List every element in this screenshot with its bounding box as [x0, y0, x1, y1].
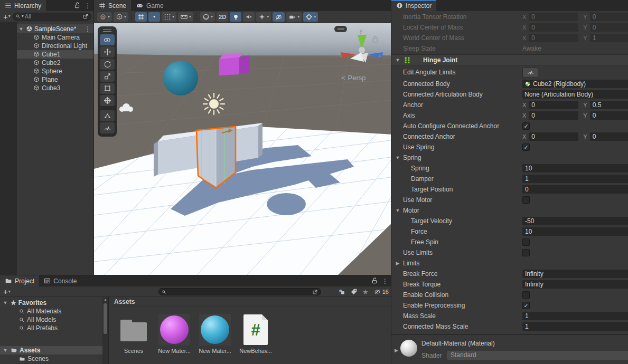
scale-tool-button[interactable]: [100, 71, 115, 82]
rotation-toggle-button[interactable]: ▾: [114, 12, 128, 22]
scrollbar-thumb[interactable]: [104, 303, 107, 334]
hierarchy-item-directional-light[interactable]: Directional Light: [17, 42, 93, 50]
scene-visibility-button[interactable]: [273, 12, 285, 22]
lighting-toggle-button[interactable]: [230, 12, 241, 22]
foldout-open-icon[interactable]: ▼: [395, 155, 401, 160]
enable-collision-checkbox[interactable]: [522, 291, 530, 299]
hierarchy-item-plane[interactable]: Plane: [17, 75, 93, 84]
audio-mute-button[interactable]: [243, 12, 255, 22]
tree-assets[interactable]: ▼ Assets: [0, 346, 108, 355]
hierarchy-item-cube3[interactable]: Cube3: [17, 84, 93, 92]
tree-favorites[interactable]: ▼ ★ Favorites: [0, 299, 108, 307]
search-by-type-icon[interactable]: [338, 288, 345, 295]
hierarchy-search-input[interactable]: ▾ All: [13, 13, 91, 21]
break-torque-field[interactable]: Infinity: [522, 280, 628, 289]
scene-viewport[interactable]: x y z <: [94, 23, 391, 275]
grid-snap-caret-button[interactable]: ▾: [148, 12, 160, 22]
pick-window-icon[interactable]: [82, 13, 89, 20]
connected-articulation-body-field[interactable]: None (Articulation Body): [522, 90, 628, 99]
use-limits-checkbox[interactable]: [522, 249, 530, 256]
rect-tool-button[interactable]: [100, 83, 115, 94]
effects-toggle-button[interactable]: ▾: [256, 12, 271, 22]
tree-all-materials[interactable]: All Materials: [0, 307, 108, 315]
foldout-closed-icon[interactable]: ▶: [395, 348, 398, 353]
foldout-closed-icon[interactable]: ▶: [395, 261, 401, 266]
pick-window-icon[interactable]: [312, 289, 318, 295]
connected-body-field[interactable]: Cube2 (Rigidbody): [522, 80, 628, 88]
orientation-gizmo[interactable]: x y z: [340, 28, 383, 63]
snap-increment-button[interactable]: ▾: [162, 12, 176, 22]
free-spin-checkbox[interactable]: [522, 238, 530, 246]
tree-scenes[interactable]: Scenes: [0, 355, 108, 363]
tab-inspector[interactable]: Inspector: [391, 0, 436, 11]
shader-dropdown[interactable]: Standard: [447, 351, 628, 360]
rotate-tool-button[interactable]: [100, 59, 115, 70]
tab-hierarchy[interactable]: Hierarchy: [0, 0, 46, 11]
spring-field[interactable]: 10: [522, 164, 628, 173]
mass-scale-field[interactable]: 1: [522, 312, 628, 320]
hierarchy-menu-icon[interactable]: ⋮: [82, 0, 93, 11]
axis-y-field[interactable]: 0: [590, 111, 628, 120]
lock-icon[interactable]: [73, 2, 81, 9]
asset-item-material-magenta[interactable]: New Mater...: [154, 313, 194, 354]
asset-item-scenes[interactable]: Scenes: [114, 313, 154, 354]
foldout-open-icon[interactable]: ▼: [395, 58, 401, 63]
break-force-field[interactable]: Infinity: [522, 270, 628, 278]
camera-settings-button[interactable]: ▾: [286, 12, 302, 22]
shading-mode-button[interactable]: ▾: [200, 12, 215, 22]
connected-mass-scale-field[interactable]: 1: [522, 322, 628, 331]
edit-angular-limits-tool-button[interactable]: [100, 122, 115, 133]
scroll-up-icon[interactable]: ▲: [104, 298, 107, 301]
spring-foldout-row[interactable]: ▼ Spring: [391, 152, 628, 163]
hinge-joint-header[interactable]: ▼ Hinge Joint: [391, 54, 628, 66]
foldout-open-icon[interactable]: ▼: [18, 26, 24, 32]
create-object-button[interactable]: +▾: [2, 12, 12, 21]
anchor-y-field[interactable]: 0.5: [590, 101, 628, 109]
use-motor-checkbox[interactable]: [522, 196, 530, 204]
asset-item-script[interactable]: # NewBehav...: [236, 313, 276, 354]
tree-all-models[interactable]: All Models: [0, 315, 108, 324]
persp-label[interactable]: < Persp: [341, 74, 366, 82]
tab-console[interactable]: Console: [39, 275, 81, 286]
foldout-open-icon[interactable]: ▼: [2, 300, 8, 305]
move-tool-button[interactable]: [100, 46, 115, 58]
lock-icon[interactable]: [371, 277, 378, 284]
snap-settings-button[interactable]: ▾: [178, 12, 193, 22]
force-field[interactable]: 10: [522, 227, 628, 236]
foldout-open-icon[interactable]: ▼: [395, 208, 401, 213]
auto-configure-checkbox[interactable]: ✓: [522, 122, 530, 130]
connected-anchor-x-field[interactable]: 0: [529, 132, 578, 141]
view-tool-button[interactable]: [100, 34, 115, 45]
edit-angular-limits-button[interactable]: [522, 68, 538, 78]
hierarchy-item-cube2[interactable]: Cube2: [17, 59, 93, 67]
assets-breadcrumb[interactable]: Assets: [109, 297, 391, 306]
project-menu-icon[interactable]: ⋮: [379, 275, 391, 286]
use-spring-checkbox[interactable]: ✓: [522, 143, 530, 151]
2d-toggle-button[interactable]: 2D: [217, 12, 228, 22]
connected-anchor-y-field[interactable]: 0: [590, 132, 628, 141]
enable-preprocessing-checkbox[interactable]: ✓: [522, 302, 530, 309]
pivot-toggle-button[interactable]: ▾: [97, 12, 112, 22]
limits-foldout-row[interactable]: ▶ Limits: [391, 258, 628, 269]
gizmos-toggle-button[interactable]: ▾: [303, 12, 318, 22]
transform-tool-button[interactable]: [100, 95, 115, 106]
anchor-x-field[interactable]: 0: [529, 101, 578, 109]
damper-field[interactable]: 1: [522, 175, 628, 183]
motor-foldout-row[interactable]: ▼ Motor: [391, 205, 628, 216]
hierarchy-item-cube1[interactable]: Cube1: [17, 50, 93, 59]
scene-row-menu-icon[interactable]: ⋮: [82, 25, 93, 33]
foldout-open-icon[interactable]: ▼: [2, 348, 8, 353]
search-by-label-icon[interactable]: [350, 288, 358, 295]
create-asset-button[interactable]: +▾: [2, 287, 12, 296]
axis-x-field[interactable]: 0: [529, 111, 578, 120]
scene-row-sample-scene[interactable]: ▼ SampleScene* ⋮: [17, 24, 93, 33]
hierarchy-item-sphere[interactable]: Sphere: [17, 67, 93, 75]
grid-snap-button[interactable]: [135, 12, 147, 22]
project-tree-scrollbar[interactable]: ▲: [102, 297, 108, 364]
favorites-star-icon[interactable]: ★: [362, 288, 369, 296]
tab-scene[interactable]: Scene: [94, 0, 131, 11]
hidden-count-badge[interactable]: 16: [373, 289, 389, 295]
tab-game[interactable]: Game: [131, 0, 168, 11]
target-velocity-field[interactable]: -50: [522, 217, 628, 225]
gizmo-lock-icon[interactable]: [373, 36, 378, 42]
